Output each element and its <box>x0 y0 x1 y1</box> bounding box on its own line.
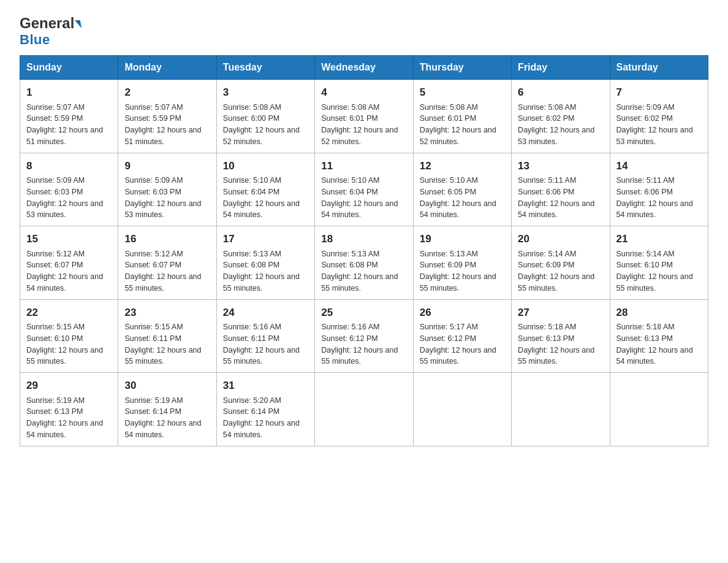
day-info: Sunrise: 5:18 AMSunset: 6:13 PMDaylight:… <box>518 321 603 367</box>
day-number: 21 <box>616 231 702 247</box>
day-info: Sunrise: 5:10 AMSunset: 6:04 PMDaylight:… <box>321 175 406 221</box>
day-number: 16 <box>124 231 210 247</box>
day-info: Sunrise: 5:20 AMSunset: 6:14 PMDaylight:… <box>223 395 308 441</box>
calendar-cell: 25Sunrise: 5:16 AMSunset: 6:12 PMDayligh… <box>315 299 413 373</box>
page-header: General Blue <box>20 15 708 48</box>
day-header-saturday: Saturday <box>610 56 708 80</box>
calendar-cell: 30Sunrise: 5:19 AMSunset: 6:14 PMDayligh… <box>118 373 216 446</box>
calendar-cell: 19Sunrise: 5:13 AMSunset: 6:09 PMDayligh… <box>413 226 511 300</box>
day-info: Sunrise: 5:08 AMSunset: 6:01 PMDaylight:… <box>321 102 406 148</box>
calendar-cell: 6Sunrise: 5:08 AMSunset: 6:02 PMDaylight… <box>512 80 610 153</box>
calendar-cell: 18Sunrise: 5:13 AMSunset: 6:08 PMDayligh… <box>315 226 413 300</box>
calendar-cell: 11Sunrise: 5:10 AMSunset: 6:04 PMDayligh… <box>315 153 413 226</box>
calendar-cell <box>413 373 511 446</box>
day-number: 19 <box>420 231 505 247</box>
calendar-cell: 28Sunrise: 5:18 AMSunset: 6:13 PMDayligh… <box>610 299 708 373</box>
day-number: 20 <box>518 231 603 247</box>
logo-general-text: General <box>20 15 81 32</box>
calendar-cell: 4Sunrise: 5:08 AMSunset: 6:01 PMDaylight… <box>315 80 413 153</box>
day-number: 17 <box>223 231 308 247</box>
calendar-week-row: 29Sunrise: 5:19 AMSunset: 6:13 PMDayligh… <box>20 373 708 446</box>
calendar-week-row: 15Sunrise: 5:12 AMSunset: 6:07 PMDayligh… <box>20 226 708 300</box>
day-number: 24 <box>223 305 308 321</box>
calendar-cell: 1Sunrise: 5:07 AMSunset: 5:59 PMDaylight… <box>20 80 118 153</box>
day-number: 22 <box>26 305 112 321</box>
day-info: Sunrise: 5:11 AMSunset: 6:06 PMDaylight:… <box>616 175 702 221</box>
day-number: 7 <box>616 85 702 101</box>
day-info: Sunrise: 5:16 AMSunset: 6:11 PMDaylight:… <box>223 321 308 367</box>
day-number: 5 <box>420 85 505 101</box>
day-number: 12 <box>420 158 505 174</box>
day-number: 30 <box>124 378 210 394</box>
calendar-cell: 22Sunrise: 5:15 AMSunset: 6:10 PMDayligh… <box>20 299 118 373</box>
calendar-cell: 27Sunrise: 5:18 AMSunset: 6:13 PMDayligh… <box>512 299 610 373</box>
calendar-cell: 10Sunrise: 5:10 AMSunset: 6:04 PMDayligh… <box>216 153 314 226</box>
calendar-cell: 3Sunrise: 5:08 AMSunset: 6:00 PMDaylight… <box>216 80 314 153</box>
day-header-sunday: Sunday <box>20 56 118 80</box>
logo: General Blue <box>20 15 81 48</box>
day-info: Sunrise: 5:14 AMSunset: 6:09 PMDaylight:… <box>518 248 603 294</box>
calendar-cell: 20Sunrise: 5:14 AMSunset: 6:09 PMDayligh… <box>512 226 610 300</box>
calendar-cell: 2Sunrise: 5:07 AMSunset: 5:59 PMDaylight… <box>118 80 216 153</box>
day-number: 29 <box>26 378 112 394</box>
day-info: Sunrise: 5:07 AMSunset: 5:59 PMDaylight:… <box>124 102 210 148</box>
calendar-cell: 12Sunrise: 5:10 AMSunset: 6:05 PMDayligh… <box>413 153 511 226</box>
day-info: Sunrise: 5:09 AMSunset: 6:03 PMDaylight:… <box>26 175 112 221</box>
day-number: 28 <box>616 305 702 321</box>
logo-blue-text: Blue <box>20 32 50 48</box>
day-number: 1 <box>26 85 112 101</box>
calendar-cell <box>512 373 610 446</box>
day-info: Sunrise: 5:09 AMSunset: 6:03 PMDaylight:… <box>124 175 210 221</box>
day-info: Sunrise: 5:13 AMSunset: 6:08 PMDaylight:… <box>223 248 308 294</box>
day-header-monday: Monday <box>118 56 216 80</box>
day-info: Sunrise: 5:10 AMSunset: 6:04 PMDaylight:… <box>223 175 308 221</box>
calendar-cell: 31Sunrise: 5:20 AMSunset: 6:14 PMDayligh… <box>216 373 314 446</box>
day-info: Sunrise: 5:08 AMSunset: 6:02 PMDaylight:… <box>518 102 603 148</box>
day-info: Sunrise: 5:08 AMSunset: 6:01 PMDaylight:… <box>420 102 505 148</box>
calendar-cell: 17Sunrise: 5:13 AMSunset: 6:08 PMDayligh… <box>216 226 314 300</box>
day-header-tuesday: Tuesday <box>216 56 314 80</box>
day-number: 31 <box>223 378 308 394</box>
day-header-wednesday: Wednesday <box>315 56 413 80</box>
day-number: 3 <box>223 85 308 101</box>
day-info: Sunrise: 5:18 AMSunset: 6:13 PMDaylight:… <box>616 321 702 367</box>
calendar-week-row: 1Sunrise: 5:07 AMSunset: 5:59 PMDaylight… <box>20 80 708 153</box>
calendar-cell: 24Sunrise: 5:16 AMSunset: 6:11 PMDayligh… <box>216 299 314 373</box>
calendar-cell: 21Sunrise: 5:14 AMSunset: 6:10 PMDayligh… <box>610 226 708 300</box>
day-info: Sunrise: 5:10 AMSunset: 6:05 PMDaylight:… <box>420 175 505 221</box>
day-number: 26 <box>420 305 505 321</box>
day-info: Sunrise: 5:12 AMSunset: 6:07 PMDaylight:… <box>124 248 210 294</box>
calendar-cell: 14Sunrise: 5:11 AMSunset: 6:06 PMDayligh… <box>610 153 708 226</box>
day-number: 10 <box>223 158 308 174</box>
day-number: 27 <box>518 305 603 321</box>
calendar-cell: 13Sunrise: 5:11 AMSunset: 6:06 PMDayligh… <box>512 153 610 226</box>
day-info: Sunrise: 5:08 AMSunset: 6:00 PMDaylight:… <box>223 102 308 148</box>
day-info: Sunrise: 5:19 AMSunset: 6:14 PMDaylight:… <box>124 395 210 441</box>
day-number: 2 <box>124 85 210 101</box>
calendar-cell: 26Sunrise: 5:17 AMSunset: 6:12 PMDayligh… <box>413 299 511 373</box>
calendar-cell: 16Sunrise: 5:12 AMSunset: 6:07 PMDayligh… <box>118 226 216 300</box>
day-header-thursday: Thursday <box>413 56 511 80</box>
day-info: Sunrise: 5:07 AMSunset: 5:59 PMDaylight:… <box>26 102 112 148</box>
calendar-cell: 7Sunrise: 5:09 AMSunset: 6:02 PMDaylight… <box>610 80 708 153</box>
day-info: Sunrise: 5:12 AMSunset: 6:07 PMDaylight:… <box>26 248 112 294</box>
calendar-cell: 8Sunrise: 5:09 AMSunset: 6:03 PMDaylight… <box>20 153 118 226</box>
day-number: 13 <box>518 158 603 174</box>
day-info: Sunrise: 5:19 AMSunset: 6:13 PMDaylight:… <box>26 395 112 441</box>
day-header-friday: Friday <box>512 56 610 80</box>
day-info: Sunrise: 5:14 AMSunset: 6:10 PMDaylight:… <box>616 248 702 294</box>
day-info: Sunrise: 5:09 AMSunset: 6:02 PMDaylight:… <box>616 102 702 148</box>
calendar-cell <box>610 373 708 446</box>
day-number: 11 <box>321 158 406 174</box>
calendar-cell: 23Sunrise: 5:15 AMSunset: 6:11 PMDayligh… <box>118 299 216 373</box>
calendar-cell: 29Sunrise: 5:19 AMSunset: 6:13 PMDayligh… <box>20 373 118 446</box>
day-number: 18 <box>321 231 406 247</box>
day-number: 25 <box>321 305 406 321</box>
day-info: Sunrise: 5:16 AMSunset: 6:12 PMDaylight:… <box>321 321 406 367</box>
day-number: 14 <box>616 158 702 174</box>
calendar-week-row: 22Sunrise: 5:15 AMSunset: 6:10 PMDayligh… <box>20 299 708 373</box>
day-info: Sunrise: 5:15 AMSunset: 6:11 PMDaylight:… <box>124 321 210 367</box>
day-number: 23 <box>124 305 210 321</box>
calendar-header-row: SundayMondayTuesdayWednesdayThursdayFrid… <box>20 56 708 80</box>
day-info: Sunrise: 5:15 AMSunset: 6:10 PMDaylight:… <box>26 321 112 367</box>
